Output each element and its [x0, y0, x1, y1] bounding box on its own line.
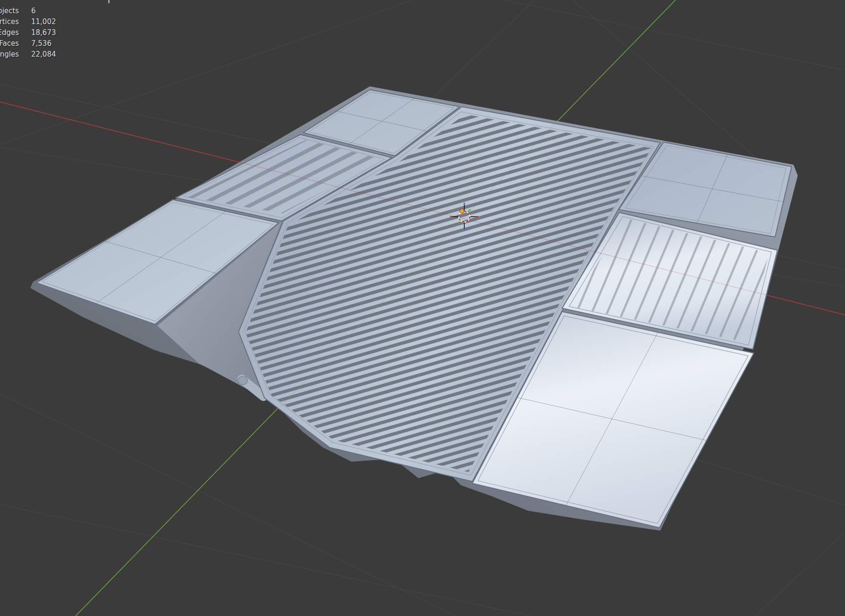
stat-label: Triangles — [0, 49, 19, 60]
stat-value: 6 — [31, 6, 36, 17]
stat-value: 22,084 — [31, 49, 56, 60]
object-origin-dot — [460, 209, 464, 213]
3d-viewport[interactable] — [0, 0, 845, 616]
stat-value: 18,673 — [31, 27, 56, 38]
clipped-text-artifact — [108, 0, 110, 3]
stat-value: 11,002 — [31, 17, 56, 27]
floor-panel-model[interactable] — [30, 86, 798, 531]
stat-label: Vertices — [0, 17, 19, 27]
blender-viewport-screenshot: { "viewport": { "background_color": "#3b… — [0, 0, 845, 616]
stat-label: Faces — [0, 38, 19, 49]
stat-label: Objects — [0, 6, 19, 17]
stat-value: 7,536 — [31, 38, 51, 49]
stat-label: Edges — [0, 27, 19, 38]
